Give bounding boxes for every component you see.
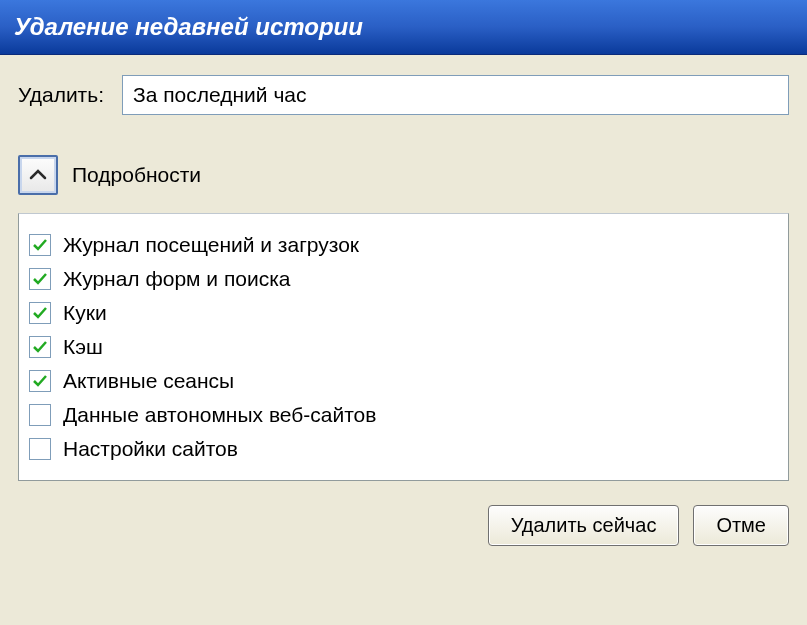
options-panel: Журнал посещений и загрузок Журнал форм …: [18, 213, 789, 481]
option-cache: Кэш: [29, 330, 778, 364]
checkbox-cookies[interactable]: [29, 302, 51, 324]
timerange-label: Удалить:: [18, 83, 104, 107]
timerange-select[interactable]: За последний час: [122, 75, 789, 115]
option-label[interactable]: Настройки сайтов: [63, 437, 238, 461]
clear-now-button[interactable]: Удалить сейчас: [488, 505, 680, 546]
window-title: Удаление недавней истории: [14, 13, 363, 41]
checkbox-browsing-history[interactable]: [29, 234, 51, 256]
cancel-button[interactable]: Отме: [693, 505, 789, 546]
dialog-content: Удалить: За последний час Подробности Жу…: [0, 55, 807, 566]
option-label[interactable]: Кэш: [63, 335, 103, 359]
option-label[interactable]: Куки: [63, 301, 107, 325]
option-site-preferences: Настройки сайтов: [29, 432, 778, 466]
details-toggle-row: Подробности: [18, 155, 789, 195]
chevron-up-icon: [29, 169, 47, 181]
checkbox-site-preferences[interactable]: [29, 438, 51, 460]
option-label[interactable]: Журнал форм и поиска: [63, 267, 291, 291]
option-label[interactable]: Активные сеансы: [63, 369, 234, 393]
option-offline-data: Данные автономных веб-сайтов: [29, 398, 778, 432]
timerange-selected-value: За последний час: [133, 83, 307, 107]
checkbox-offline-data[interactable]: [29, 404, 51, 426]
timerange-row: Удалить: За последний час: [18, 75, 789, 115]
option-browsing-history: Журнал посещений и загрузок: [29, 228, 778, 262]
option-cookies: Куки: [29, 296, 778, 330]
option-active-logins: Активные сеансы: [29, 364, 778, 398]
option-label[interactable]: Данные автономных веб-сайтов: [63, 403, 376, 427]
option-label[interactable]: Журнал посещений и загрузок: [63, 233, 359, 257]
checkbox-cache[interactable]: [29, 336, 51, 358]
window-titlebar: Удаление недавней истории: [0, 0, 807, 55]
details-label: Подробности: [72, 163, 201, 187]
option-form-search-history: Журнал форм и поиска: [29, 262, 778, 296]
details-toggle-button[interactable]: [18, 155, 58, 195]
dialog-button-row: Удалить сейчас Отме: [18, 505, 789, 546]
checkbox-active-logins[interactable]: [29, 370, 51, 392]
checkbox-form-search-history[interactable]: [29, 268, 51, 290]
